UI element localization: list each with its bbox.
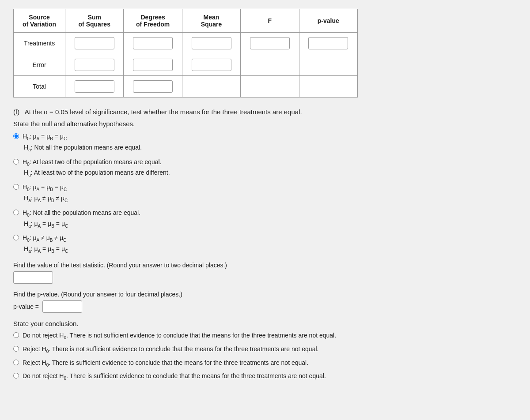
input-error-ms[interactable] bbox=[192, 59, 231, 71]
hypothesis-h0-2: H0: At least two of the population means… bbox=[23, 158, 162, 168]
state-hyp-label: State the null and alternative hypothese… bbox=[13, 120, 517, 128]
hypothesis-radio-2[interactable] bbox=[13, 159, 19, 165]
col-header-sum: Sumof Squares bbox=[65, 9, 124, 33]
cell-treatments-pvalue[interactable] bbox=[299, 33, 357, 54]
hypothesis-block-3: H0: μA = μB = μC Ha: μA ≠ μB ≠ μC bbox=[13, 183, 517, 204]
input-treatments-df[interactable] bbox=[133, 37, 173, 49]
hypothesis-block-5: H0: μA ≠ μB ≠ μC Ha: μA = μB = μC bbox=[13, 233, 517, 255]
conclusion-group: Do not reject H0. There is not sufficien… bbox=[13, 331, 517, 382]
conclusion-item-3[interactable]: Reject H0. There is sufficient evidence … bbox=[13, 358, 517, 368]
conclusion-label: State your conclusion. bbox=[13, 320, 517, 327]
table-row-treatments: Treatments bbox=[14, 33, 358, 54]
input-treatments-f[interactable] bbox=[250, 37, 290, 49]
cell-total-df[interactable] bbox=[124, 76, 182, 98]
conclusion-section: State your conclusion. Do not reject H0.… bbox=[13, 320, 517, 382]
label-error: Error bbox=[14, 54, 65, 76]
part-f-letter: (f) bbox=[13, 108, 19, 116]
cell-total-ms-empty bbox=[182, 76, 240, 98]
table-row-total: Total bbox=[14, 76, 358, 98]
cell-total-ss[interactable] bbox=[65, 76, 124, 98]
cell-treatments-f[interactable] bbox=[241, 33, 299, 54]
cell-treatments-ss[interactable] bbox=[65, 33, 124, 54]
input-total-ss[interactable] bbox=[75, 80, 114, 93]
hypothesis-ha-4: Ha: μA = μB = μC bbox=[24, 219, 517, 229]
cell-error-pvalue-empty bbox=[299, 54, 357, 76]
part-f-label: (f) At the α = 0.05 level of significanc… bbox=[13, 108, 517, 116]
label-total: Total bbox=[14, 76, 65, 98]
hypothesis-row-5[interactable]: H0: μA ≠ μB ≠ μC bbox=[13, 233, 517, 244]
anova-table: Sourceof Variation Sumof Squares Degrees… bbox=[13, 9, 358, 98]
conclusion-text-4: Do not reject H0. There is sufficient ev… bbox=[23, 371, 326, 382]
cell-error-df[interactable] bbox=[124, 54, 182, 76]
col-header-pvalue: p-value bbox=[299, 9, 357, 33]
pvalue-row: p-value = bbox=[13, 300, 517, 313]
conclusion-radio-4[interactable] bbox=[13, 373, 19, 379]
hypothesis-radio-1[interactable] bbox=[13, 133, 19, 139]
hypothesis-ha-2: Ha: At least two of the population means… bbox=[24, 168, 517, 178]
col-header-source: Sourceof Variation bbox=[14, 9, 65, 33]
hypothesis-radio-4[interactable] bbox=[13, 210, 19, 215]
label-treatments: Treatments bbox=[14, 33, 65, 54]
pvalue-prefix: p-value = bbox=[13, 303, 39, 310]
hypothesis-row-3[interactable]: H0: μA = μB = μC bbox=[13, 183, 517, 193]
hypothesis-ha-5: Ha: μA = μB = μC bbox=[24, 244, 517, 255]
hypothesis-ha-3: Ha: μA ≠ μB ≠ μC bbox=[24, 194, 517, 204]
hypothesis-row-1[interactable]: H0: μA = μB = μC bbox=[13, 132, 517, 142]
input-treatments-pvalue[interactable] bbox=[308, 37, 348, 49]
input-error-ss[interactable] bbox=[75, 59, 114, 71]
hypothesis-h0-5: H0: μA ≠ μB ≠ μC bbox=[23, 233, 66, 244]
test-stat-label: Find the value of the test statistic. (R… bbox=[13, 262, 517, 269]
conclusion-item-4[interactable]: Do not reject H0. There is sufficient ev… bbox=[13, 371, 517, 382]
hypothesis-block-1: H0: μA = μB = μC Ha: Not all the populat… bbox=[13, 132, 517, 153]
col-header-f: F bbox=[241, 9, 299, 33]
hypothesis-h0-4: H0: Not all the population means are equ… bbox=[23, 208, 140, 218]
conclusion-radio-1[interactable] bbox=[13, 332, 19, 338]
cell-error-ms[interactable] bbox=[182, 54, 240, 76]
pvalue-instructions: Find the p-value. (Round your answer to … bbox=[13, 291, 517, 298]
hypothesis-row-2[interactable]: H0: At least two of the population means… bbox=[13, 158, 517, 168]
cell-total-f-empty bbox=[241, 76, 299, 98]
cell-treatments-df[interactable] bbox=[124, 33, 182, 54]
input-treatments-ss[interactable] bbox=[75, 37, 114, 49]
cell-total-pvalue-empty bbox=[299, 76, 357, 98]
test-stat-section: Find the value of the test statistic. (R… bbox=[13, 262, 517, 284]
input-treatments-ms[interactable] bbox=[192, 37, 231, 49]
conclusion-text-1: Do not reject H0. There is not sufficien… bbox=[23, 331, 336, 341]
pvalue-input[interactable] bbox=[42, 300, 82, 313]
part-f-section: (f) At the α = 0.05 level of significanc… bbox=[13, 108, 517, 382]
pvalue-section: Find the p-value. (Round your answer to … bbox=[13, 291, 517, 313]
col-header-degrees: Degreesof Freedom bbox=[124, 9, 182, 33]
cell-error-ss[interactable] bbox=[65, 54, 124, 76]
conclusion-text-3: Reject H0. There is sufficient evidence … bbox=[23, 358, 308, 368]
hypothesis-radio-5[interactable] bbox=[13, 235, 19, 240]
conclusion-radio-2[interactable] bbox=[13, 346, 19, 352]
input-error-df[interactable] bbox=[133, 59, 173, 71]
hypothesis-block-2: H0: At least two of the population means… bbox=[13, 158, 517, 179]
cell-error-f-empty bbox=[241, 54, 299, 76]
conclusion-item-2[interactable]: Reject H0. There is not sufficient evide… bbox=[13, 345, 517, 355]
test-stat-input[interactable] bbox=[13, 271, 53, 284]
hypothesis-h0-1: H0: μA = μB = μC bbox=[23, 132, 67, 142]
hypothesis-ha-1: Ha: Not all the population means are equ… bbox=[24, 143, 517, 153]
conclusion-radio-3[interactable] bbox=[13, 360, 19, 365]
part-f-significance-text: At the α = 0.05 level of significance, t… bbox=[25, 108, 302, 116]
cell-treatments-ms[interactable] bbox=[182, 33, 240, 54]
input-total-df[interactable] bbox=[133, 80, 173, 93]
hypothesis-h0-3: H0: μA = μB = μC bbox=[23, 183, 67, 193]
table-row-error: Error bbox=[14, 54, 358, 76]
hypothesis-radio-3[interactable] bbox=[13, 184, 19, 190]
col-header-mean: MeanSquare bbox=[182, 9, 240, 33]
conclusion-item-1[interactable]: Do not reject H0. There is not sufficien… bbox=[13, 331, 517, 341]
hypothesis-block-4: H0: Not all the population means are equ… bbox=[13, 208, 517, 229]
conclusion-text-2: Reject H0. There is not sufficient evide… bbox=[23, 345, 318, 355]
hypothesis-row-4[interactable]: H0: Not all the population means are equ… bbox=[13, 208, 517, 218]
